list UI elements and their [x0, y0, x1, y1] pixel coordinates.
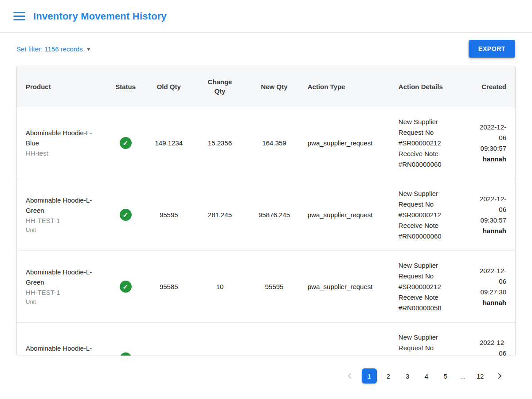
product-unit: Unit — [26, 297, 103, 306]
created-cell: 2022-12-06 09:30:57 hannah — [467, 337, 506, 356]
product-cell: Abominable Hoodie-L-Blue HH-test — [26, 128, 103, 158]
table-row: Abominable Hoodie-L-Green HH-TEST-1 Unit… — [17, 179, 515, 250]
page-button-2[interactable]: 2 — [381, 368, 396, 383]
old-qty-cell: 149.1234 — [148, 139, 190, 147]
success-check-icon: ✓ — [120, 137, 132, 149]
status-cell: ✓ — [112, 352, 139, 356]
column-header-change-qty: Change Qty — [199, 77, 241, 96]
created-timestamp: 2022-12-06 09:27:30 — [474, 266, 506, 297]
old-qty-cell: 95595 — [148, 211, 190, 219]
action-type-cell: pwa_supplier_request — [308, 139, 390, 147]
product-name: Abominable Hoodie-L-Blue — [26, 343, 103, 356]
table-row: Abominable Hoodie-L-Blue HH-test ✓ 149.1… — [17, 107, 515, 179]
product-cell: Abominable Hoodie-L-Green HH-TEST-1 Unit — [26, 267, 103, 306]
product-cell: Abominable Hoodie-L-Green HH-TEST-1 Unit — [26, 195, 103, 235]
created-cell: 2022-12-06 09:30:57 hannah — [467, 194, 506, 236]
change-qty-cell: 10 — [199, 283, 241, 290]
column-header-action-details: Action Details — [399, 83, 458, 90]
status-cell: ✓ — [112, 281, 139, 293]
created-by: hannah — [467, 297, 506, 308]
table-row: Abominable Hoodie-L-Blue HH-test ✓ 149.1… — [17, 322, 515, 356]
page-button-4[interactable]: 4 — [419, 368, 434, 383]
change-qty-cell: 281.245 — [199, 211, 241, 219]
column-header-action-type: Action Type — [308, 83, 390, 90]
table-row: Abominable Hoodie-L-Green HH-TEST-1 Unit… — [17, 250, 515, 322]
product-unit: Unit — [26, 226, 103, 235]
success-check-icon: ✓ — [120, 352, 132, 356]
page-button-12[interactable]: 12 — [473, 368, 488, 383]
created-cell: 2022-12-06 09:27:30 hannah — [467, 266, 506, 308]
page-button-3[interactable]: 3 — [400, 368, 415, 383]
hamburger-menu-icon[interactable] — [13, 12, 25, 20]
change-qty-cell: 15.2356 — [199, 139, 241, 147]
export-button[interactable]: EXPORT — [469, 40, 515, 58]
column-header-new-qty: New Qty — [250, 83, 299, 90]
status-cell: ✓ — [112, 137, 139, 149]
product-sku: HH-TEST-1 — [26, 287, 103, 297]
action-details-cell: New Supplier Request No #SR00000212 Rece… — [399, 332, 458, 356]
next-page-button[interactable] — [492, 370, 508, 382]
action-type-cell: pwa_supplier_request — [308, 211, 390, 219]
action-details-cell: New Supplier Request No #SR00000212 Rece… — [399, 260, 458, 313]
action-type-cell: pwa_supplier_request — [308, 283, 390, 290]
new-qty-cell: 95876.245 — [250, 211, 299, 219]
page-button-5[interactable]: 5 — [438, 368, 453, 383]
column-header-status: Status — [112, 83, 139, 90]
created-timestamp: 2022-12-06 09:30:57 — [474, 337, 506, 356]
product-sku: HH-test — [26, 148, 103, 158]
change-qty-cell: 1 — [199, 355, 241, 356]
product-name: Abominable Hoodie-L-Green — [26, 195, 103, 215]
new-qty-cell: 95595 — [250, 283, 299, 290]
product-name: Abominable Hoodie-L-Green — [26, 267, 103, 287]
action-details-cell: New Supplier Request No #SR00000212 Rece… — [399, 117, 458, 170]
success-check-icon: ✓ — [120, 281, 132, 293]
new-qty-cell: 149.1234 — [250, 355, 299, 356]
product-sku: HH-TEST-1 — [26, 215, 103, 226]
page-title: Inventory Movement History — [33, 11, 167, 22]
chevron-right-icon — [494, 371, 505, 381]
chevron-left-icon — [344, 371, 355, 381]
created-timestamp: 2022-12-06 09:30:57 — [474, 194, 506, 226]
action-details-cell: New Supplier Request No #SR00000212 Rece… — [399, 188, 458, 242]
created-by: hannah — [467, 226, 506, 236]
created-timestamp: 2022-12-06 09:30:57 — [474, 122, 506, 154]
product-name: Abominable Hoodie-L-Blue — [26, 128, 103, 148]
created-by: hannah — [467, 154, 506, 164]
old-qty-cell: 95585 — [148, 283, 190, 290]
product-cell: Abominable Hoodie-L-Blue HH-test — [26, 343, 103, 356]
set-filter-link[interactable]: Set filter: 1156 records ▼ — [16, 45, 91, 53]
success-check-icon: ✓ — [120, 209, 132, 221]
table-header-row: Product Status Old Qty Change Qty New Qt… — [17, 66, 515, 107]
action-type-cell: pwa_supplier_request — [308, 355, 390, 356]
column-header-created: Created — [467, 83, 506, 90]
prev-page-button[interactable] — [342, 370, 358, 382]
filter-label: Set filter: 1156 records — [16, 45, 83, 53]
pagination: 1 2 3 4 5 ... 12 — [0, 368, 508, 383]
pagination-ellipsis: ... — [457, 368, 469, 383]
column-header-product: Product — [26, 83, 103, 90]
page-button-1[interactable]: 1 — [362, 368, 377, 383]
inventory-table: Product Status Old Qty Change Qty New Qt… — [16, 66, 516, 356]
column-header-old-qty: Old Qty — [148, 83, 190, 90]
old-qty-cell: 149.1234 — [148, 355, 190, 356]
status-cell: ✓ — [112, 209, 139, 221]
new-qty-cell: 164.359 — [250, 139, 299, 147]
toolbar: Set filter: 1156 records ▼ EXPORT — [0, 33, 532, 60]
app-bar: Inventory Movement History — [0, 0, 532, 33]
chevron-down-icon: ▼ — [86, 46, 91, 52]
created-cell: 2022-12-06 09:30:57 hannah — [467, 122, 506, 164]
